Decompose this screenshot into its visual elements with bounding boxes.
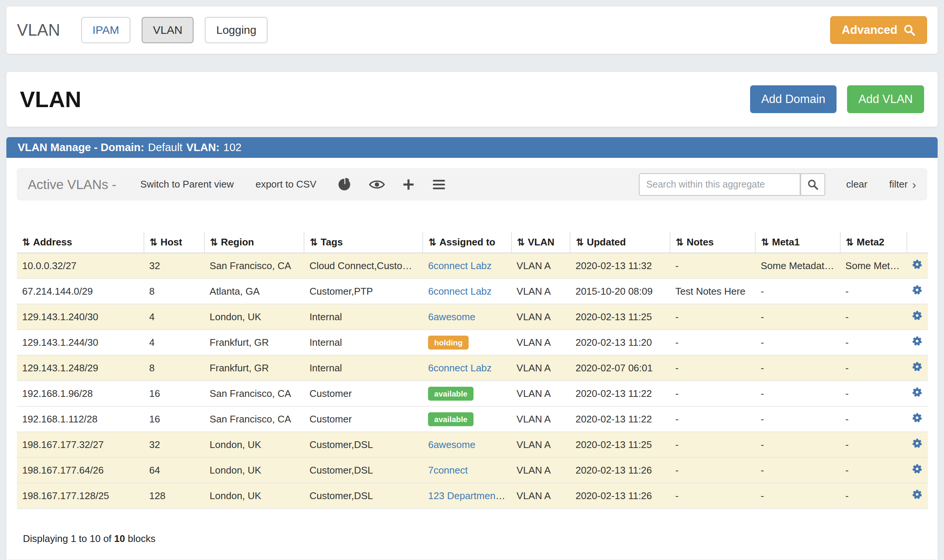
cell-meta1: - <box>755 381 840 406</box>
column-header-meta2[interactable]: ⇅Meta2 <box>840 232 907 253</box>
cell-region: London, UK <box>204 304 304 329</box>
cell-address: 10.0.0.32/27 <box>17 253 144 278</box>
cell-vlan: VLAN A <box>512 355 570 381</box>
cell-address: 198.167.177.64/26 <box>17 457 144 483</box>
pagination-count: 10 <box>114 533 125 544</box>
cell-region: San Francisco, CA <box>204 406 304 432</box>
gear-icon[interactable] <box>911 489 923 500</box>
gear-icon[interactable] <box>911 284 923 296</box>
column-label: Notes <box>687 236 713 248</box>
assigned-link[interactable]: 6awesome <box>428 311 475 323</box>
cell-meta2: - <box>840 457 907 483</box>
assigned-link[interactable]: 6connect Labz <box>428 260 492 271</box>
cell-assigned: 6connect Labz <box>423 355 511 381</box>
column-label: Tags <box>321 236 343 248</box>
export-csv-link[interactable]: export to CSV <box>255 178 317 190</box>
nav-tabs: IPAM VLAN Logging <box>81 17 268 43</box>
cell-address: 192.168.1.112/28 <box>17 406 144 432</box>
cell-actions <box>907 355 928 381</box>
cell-updated: 2020-02-13 11:26 <box>570 457 670 483</box>
cell-vlan: VLAN A <box>512 253 570 278</box>
plus-icon[interactable] <box>402 178 415 191</box>
cell-meta2: - <box>840 406 907 432</box>
search-button[interactable] <box>801 173 825 196</box>
table-row: 192.168.1.96/2816San Francisco, CACustom… <box>17 381 928 406</box>
gear-icon[interactable] <box>911 386 923 398</box>
gear-icon[interactable] <box>911 361 923 372</box>
pie-chart-icon[interactable] <box>338 178 352 191</box>
cell-notes: - <box>670 304 755 329</box>
gear-icon[interactable] <box>911 310 923 322</box>
cell-region: San Francisco, CA <box>204 253 304 278</box>
assigned-link[interactable]: 6connect Labz <box>428 362 492 374</box>
filter-link[interactable]: filter › <box>889 178 916 191</box>
cell-tags: Customer,DSL <box>304 483 423 509</box>
cell-host: 4 <box>144 304 204 329</box>
list-icon[interactable] <box>432 179 446 190</box>
advanced-search-button[interactable]: Advanced <box>830 16 927 44</box>
column-label: Updated <box>587 236 626 248</box>
cell-assigned: 6connect Labz <box>423 253 511 278</box>
cell-vlan: VLAN A <box>512 483 570 509</box>
active-vlans-label: Active VLANs - <box>28 177 116 192</box>
gear-icon[interactable] <box>911 463 923 475</box>
cell-notes: - <box>670 457 755 483</box>
search-input[interactable] <box>639 173 801 196</box>
clear-link[interactable]: clear <box>846 178 867 190</box>
cell-assigned: available <box>423 406 511 432</box>
cell-host: 32 <box>144 432 204 457</box>
column-header-notes[interactable]: ⇅Notes <box>670 232 755 253</box>
app-title: VLAN <box>17 21 60 40</box>
eye-icon[interactable] <box>369 179 385 190</box>
assigned-link[interactable]: 6awesome <box>428 439 475 450</box>
pagination-info: Displaying 1 to 10 of 10 blocks <box>23 533 938 545</box>
cell-notes: - <box>670 355 755 381</box>
cell-meta2: - <box>840 278 907 304</box>
table-row: 10.0.0.32/2732San Francisco, CACloud Con… <box>17 253 928 278</box>
switch-parent-view-link[interactable]: Switch to Parent view <box>140 178 234 190</box>
cell-updated: 2020-02-13 11:22 <box>570 406 670 432</box>
vlan-manage-panel: VLAN Manage - Domain: Default VLAN: 102 … <box>6 137 938 560</box>
sort-icon: ⇅ <box>22 237 30 247</box>
pagination-suffix: blocks <box>128 533 155 544</box>
column-header-vlan[interactable]: ⇅VLAN <box>512 232 570 253</box>
search-icon <box>807 179 818 190</box>
cell-host: 128 <box>144 483 204 509</box>
gear-icon[interactable] <box>911 412 923 423</box>
table-row: 192.168.1.112/2816San Francisco, CACusto… <box>17 406 928 432</box>
top-nav: VLAN IPAM VLAN Logging Advanced <box>6 6 938 54</box>
cell-host: 16 <box>144 381 204 406</box>
cell-meta1: - <box>755 483 840 509</box>
cell-meta2: - <box>840 304 907 329</box>
assigned-link[interactable]: 7connect <box>428 465 468 476</box>
sort-icon: ⇅ <box>761 237 769 247</box>
tab-ipam[interactable]: IPAM <box>81 17 131 43</box>
column-header-meta1[interactable]: ⇅Meta1 <box>755 232 840 253</box>
column-header-host[interactable]: ⇅Host <box>144 232 204 253</box>
cell-address: 198.167.177.32/27 <box>17 432 144 457</box>
advanced-search-label: Advanced <box>842 23 897 37</box>
add-vlan-button[interactable]: Add VLAN <box>847 85 924 113</box>
tab-vlan[interactable]: VLAN <box>141 17 194 43</box>
gear-icon[interactable] <box>911 258 923 270</box>
column-header-region[interactable]: ⇅Region <box>204 232 304 253</box>
cell-address: 129.143.1.248/29 <box>17 355 144 381</box>
table-row: 129.143.1.248/298Frankfurt, GRInternal6c… <box>17 355 928 381</box>
cell-notes: - <box>670 406 755 432</box>
cell-updated: 2020-02-13 11:26 <box>570 483 670 509</box>
vlan-table: ⇅Address⇅Host⇅Region⇅Tags⇅Assigned to⇅VL… <box>17 232 928 509</box>
assigned-link[interactable]: 6connect Labz <box>428 286 492 297</box>
column-header-address[interactable]: ⇅Address <box>17 232 144 253</box>
column-header-assigned-to[interactable]: ⇅Assigned to <box>423 232 511 253</box>
add-domain-button[interactable]: Add Domain <box>750 85 837 113</box>
chevron-right-icon: › <box>912 178 916 191</box>
tab-logging[interactable]: Logging <box>205 17 268 43</box>
gear-icon[interactable] <box>911 437 923 449</box>
table-row: 129.143.1.244/304Frankfurt, GRInternalho… <box>17 329 928 355</box>
header-actions: Add Domain Add VLAN <box>750 85 924 113</box>
column-header-tags[interactable]: ⇅Tags <box>304 232 423 253</box>
column-header-updated[interactable]: ⇅Updated <box>570 232 670 253</box>
assigned-link[interactable]: 123 Department… <box>428 490 508 502</box>
gear-icon[interactable] <box>911 335 923 347</box>
cell-region: London, UK <box>204 483 304 509</box>
